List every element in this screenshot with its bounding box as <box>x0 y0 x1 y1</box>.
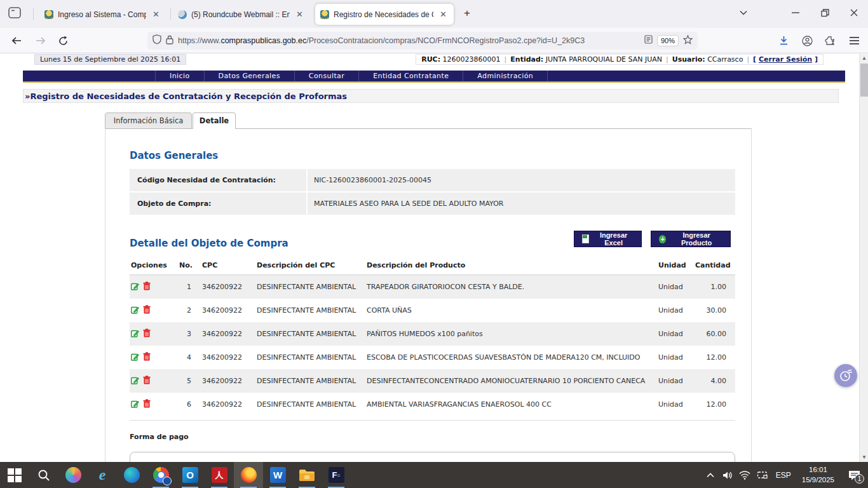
delete-trash-icon[interactable] <box>143 281 151 292</box>
search-button[interactable] <box>29 462 58 488</box>
row-unidad: Unidad <box>658 400 695 409</box>
table-body: 1 346200922 DESINFECTANTE AMBIENTAL TRAP… <box>130 275 735 416</box>
edit-icon[interactable] <box>131 376 139 386</box>
delete-trash-icon[interactable] <box>143 376 151 386</box>
reader-mode-icon[interactable] <box>644 35 653 46</box>
volume-icon[interactable] <box>719 462 736 488</box>
table-bottom-border <box>130 420 735 421</box>
taskbar-internet-explorer[interactable]: e <box>88 462 117 488</box>
taskbar-copilot[interactable] <box>58 462 88 488</box>
taskbar-outlook[interactable]: O <box>175 462 205 488</box>
forward-icon[interactable] <box>32 32 50 50</box>
firefox-icon <box>241 467 257 483</box>
reload-icon[interactable] <box>54 32 72 50</box>
notification-center-button[interactable]: 1 <box>840 462 868 488</box>
browser-tab-1[interactable]: Ingreso al Sistema - Compras P ✕ <box>39 4 166 25</box>
edit-icon[interactable] <box>131 282 139 292</box>
edit-icon[interactable] <box>131 306 139 316</box>
edit-icon[interactable] <box>131 353 139 363</box>
vertical-scrollbar[interactable]: ▲ ▼ <box>859 54 868 462</box>
ruc-value: 1260023860001 <box>443 55 501 64</box>
taskbar-word[interactable]: W <box>263 462 292 488</box>
wifi-icon[interactable] <box>736 462 754 488</box>
url-bar[interactable]: https://www.compraspublicas.gob.ec/Proce… <box>147 32 698 50</box>
taskbar-edge[interactable] <box>117 462 146 488</box>
browser-tab-bar: Ingreso al Sistema - Compras P ✕ (5) Rou… <box>0 0 868 28</box>
excel-icon <box>582 234 589 243</box>
detail-card: Datos Generales Código Necesidad de Cont… <box>105 128 752 462</box>
scroll-up-arrow[interactable]: ▲ <box>860 54 868 63</box>
tab-close-icon[interactable]: ✕ <box>151 9 161 20</box>
account-icon[interactable] <box>798 32 816 50</box>
taskbar-f-app[interactable]: F≡ <box>322 462 351 488</box>
restore-button[interactable] <box>815 5 834 20</box>
row-cpc-desc: DESINFECTANTE AMBIENTAL <box>257 283 367 291</box>
delete-trash-icon[interactable] <box>143 329 151 339</box>
table-row: 6 346200922 DESINFECTANTE AMBIENTAL AMBI… <box>130 393 735 416</box>
delete-trash-icon[interactable] <box>143 399 151 410</box>
page-content: Lunes 15 de Septiembre del 2025 16:01 RU… <box>0 54 859 462</box>
tab-informacion-basica[interactable]: Información Básica <box>105 112 192 129</box>
firefox-view-icon[interactable] <box>8 6 22 22</box>
dg-value: MATERIALES ASEO PARA LA SEDE DEL ADULTO … <box>308 193 735 215</box>
row-cpc: 346200922 <box>202 400 257 409</box>
tab-close-icon[interactable]: ✕ <box>438 9 449 20</box>
ingresar-producto-button[interactable]: + Ingresar Producto <box>651 231 731 247</box>
tray-chevron-up-icon[interactable] <box>702 462 719 488</box>
nav-item-entidad-contratante[interactable]: Entidad Contratante <box>359 71 463 81</box>
windows-taskbar: e O 人 W F≡ ESP <box>0 462 868 488</box>
row-product-desc: CORTA UÑAS <box>367 306 658 315</box>
ingresar-excel-button[interactable]: Ingresar Excel <box>574 231 642 247</box>
row-cpc-desc: DESINFECTANTE AMBIENTAL <box>257 353 367 362</box>
zoom-level-pill[interactable]: 90% <box>657 35 679 46</box>
page-title: »Registro de Necesidades de Contratación… <box>24 92 347 101</box>
list-all-tabs-icon[interactable] <box>734 5 753 20</box>
bookmark-star-icon[interactable] <box>683 35 693 47</box>
edit-icon[interactable] <box>131 329 139 339</box>
minimize-button[interactable] <box>786 5 805 20</box>
url-text[interactable]: https://www.compraspublicas.gob.ec/Proce… <box>178 36 640 45</box>
row-unidad: Unidad <box>658 377 695 385</box>
lock-icon[interactable] <box>166 35 173 47</box>
row-unidad: Unidad <box>658 330 695 338</box>
nav-item-consultar[interactable]: Consultar <box>295 71 359 81</box>
notification-badge: 1 <box>855 474 864 484</box>
scrollbar-thumb[interactable] <box>860 64 868 97</box>
nav-item-administracion[interactable]: Administración <box>463 71 548 81</box>
tab-title: (5) Roundcube Webmail :: Entra <box>191 10 290 19</box>
nav-item-datos-generales[interactable]: Datos Generales <box>205 71 295 81</box>
edit-icon[interactable] <box>131 400 139 410</box>
delete-trash-icon[interactable] <box>143 305 151 316</box>
tab-close-icon[interactable]: ✕ <box>294 9 305 20</box>
taskbar-firefox-active[interactable] <box>234 462 263 488</box>
taskbar-acrobat[interactable]: 人 <box>205 462 234 488</box>
taskbar-file-explorer[interactable] <box>292 462 322 488</box>
logout-link[interactable]: [ Cerrar Sesión ] <box>753 55 818 64</box>
extensions-puzzle-icon[interactable] <box>821 32 839 50</box>
close-window-button[interactable] <box>844 5 864 20</box>
language-indicator[interactable]: ESP <box>771 471 796 480</box>
downloads-icon[interactable] <box>775 32 792 50</box>
scroll-down-arrow[interactable]: ▼ <box>860 453 868 462</box>
floating-timer-widget[interactable] <box>834 364 857 387</box>
shield-icon[interactable] <box>153 34 161 47</box>
row-cantidad: 12.00 <box>695 353 735 362</box>
roundcube-favicon <box>178 10 187 19</box>
dg-value: NIC-1260023860001-2025-00045 <box>308 169 735 191</box>
clock[interactable]: 16:01 15/9/2025 <box>796 465 840 485</box>
taskbar-chrome[interactable] <box>146 462 175 488</box>
new-tab-button[interactable]: + <box>464 7 470 20</box>
delete-trash-icon[interactable] <box>143 352 151 363</box>
start-button[interactable] <box>0 462 29 488</box>
back-icon[interactable] <box>8 32 25 50</box>
connect-display-icon[interactable] <box>754 462 771 488</box>
browser-tab-3-active[interactable]: Registro de Necesidades de Co ✕ <box>315 4 454 25</box>
dg-row-objeto: Objeto de Compra: MATERIALES ASEO PARA L… <box>130 193 735 215</box>
nav-item-inicio[interactable]: Inicio <box>155 71 205 81</box>
tab-detalle[interactable]: Detalle <box>193 112 236 129</box>
tab-divider <box>33 8 34 20</box>
row-unidad: Unidad <box>658 283 695 291</box>
menu-hamburger-icon[interactable] <box>845 32 863 50</box>
system-tray: ESP 16:01 15/9/2025 1 <box>702 462 868 488</box>
browser-tab-2[interactable]: (5) Roundcube Webmail :: Entra ✕ <box>173 4 310 25</box>
